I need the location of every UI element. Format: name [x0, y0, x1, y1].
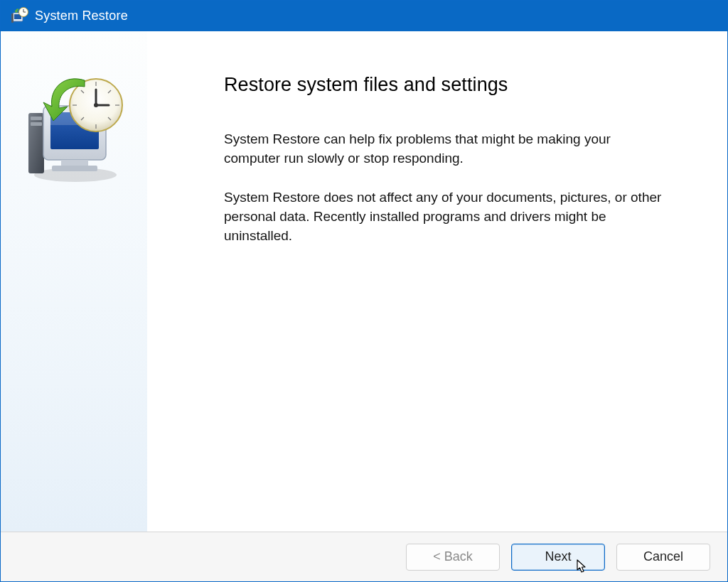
cancel-button[interactable]: Cancel — [616, 544, 710, 571]
close-icon[interactable] — [707, 8, 722, 25]
wizard-body: Restore system files and settings System… — [1, 31, 727, 532]
system-restore-window: System Restore — [0, 0, 728, 582]
svg-point-28 — [94, 103, 98, 107]
content-panel: Restore system files and settings System… — [147, 31, 727, 532]
intro-paragraph-2: System Restore does not affect any of yo… — [224, 188, 665, 246]
intro-paragraph-1: System Restore can help fix problems tha… — [224, 130, 665, 168]
cursor-pointer-icon — [576, 559, 589, 575]
svg-rect-9 — [28, 113, 44, 173]
next-button-label: Next — [545, 549, 571, 564]
back-button: < Back — [406, 544, 500, 571]
svg-rect-16 — [52, 166, 97, 171]
system-restore-illustration-icon — [22, 74, 129, 188]
titlebar: System Restore — [1, 1, 727, 31]
system-restore-icon — [9, 6, 29, 26]
wizard-footer: < Back Next Cancel — [1, 532, 727, 581]
svg-rect-2 — [11, 14, 14, 23]
svg-rect-15 — [61, 160, 88, 166]
next-button[interactable]: Next — [511, 544, 605, 571]
svg-rect-10 — [31, 117, 42, 120]
window-title: System Restore — [35, 9, 707, 23]
page-title: Restore system files and settings — [224, 74, 693, 96]
side-panel — [1, 31, 147, 532]
svg-rect-11 — [31, 122, 42, 126]
